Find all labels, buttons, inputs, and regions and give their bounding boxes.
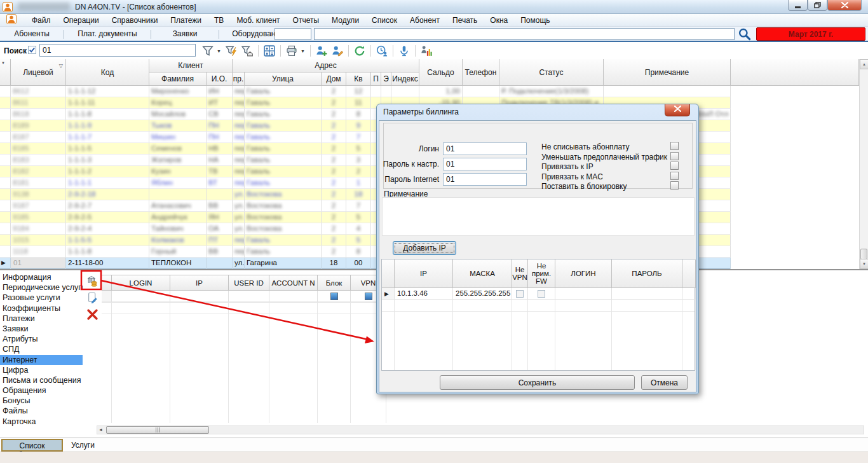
column-header-licevoy[interactable]: Лицевой▽ [11, 59, 66, 86]
menu-item-4[interactable]: Платежи [164, 15, 208, 26]
delete-icon[interactable] [85, 307, 99, 321]
menu-item-3[interactable]: Справочники [105, 15, 165, 26]
scrollbar-thumb[interactable] [106, 426, 209, 434]
scroll-up-icon[interactable]: ▲ [860, 59, 868, 69]
nav-tab-1[interactable]: Абоненты [0, 27, 64, 41]
search-checkbox[interactable] [28, 46, 36, 54]
add-ip-button[interactable]: Добавить IP [393, 241, 456, 255]
field-input-3[interactable]: 01 [443, 173, 527, 186]
ip-column-header-ip[interactable]: IP [395, 259, 453, 288]
column-header-pr[interactable]: пр. [233, 73, 245, 86]
menu-item-12[interactable]: Окна [484, 15, 514, 26]
sidebar-item-8[interactable]: СПД [0, 344, 83, 354]
dialog-checkbox-5[interactable] [670, 181, 679, 190]
column-header-status[interactable]: Статус [499, 59, 604, 86]
scroll-left-icon[interactable]: ◄ [98, 427, 103, 432]
billing-params-icon[interactable] [85, 273, 99, 287]
printer-icon[interactable] [285, 44, 299, 58]
save-button[interactable]: Сохранить [440, 375, 635, 390]
sidebar-item-7[interactable]: Атрибуты [0, 334, 83, 344]
dialog-checkbox-4[interactable] [670, 172, 679, 180]
filter-icon[interactable] [201, 44, 215, 58]
close-button[interactable] [827, 0, 862, 11]
ip-column-header-parol[interactable]: ПАРОЛЬ [612, 259, 682, 288]
sidebar-item-3[interactable]: Разовые услуги [0, 293, 83, 303]
grid-options-icon[interactable]: ▼ [1, 61, 5, 65]
tab-services[interactable]: Услуги [71, 441, 95, 450]
nav-tab-2[interactable]: Плат. документы [64, 27, 151, 41]
menu-item-13[interactable]: Помощь [514, 15, 556, 26]
filter-lightning-icon[interactable] [224, 44, 238, 58]
printer-dropdown-icon[interactable]: ▼ [301, 49, 306, 53]
edit-note-icon[interactable] [85, 291, 99, 305]
sidebar-item-2[interactable]: Периодические услуги [0, 282, 83, 293]
ip-checkbox-ne_prim_fw[interactable] [538, 290, 545, 298]
sort-asc-icon[interactable]: ▽ [59, 63, 63, 69]
field-input-1[interactable]: 01 [443, 142, 527, 155]
minimize-button[interactable] [788, 0, 808, 11]
header-filler[interactable] [731, 59, 859, 86]
add-user-icon[interactable] [315, 44, 329, 58]
clock-user-icon[interactable] [375, 44, 389, 58]
scroll-down-icon[interactable]: ▼ [860, 259, 868, 269]
restore-button[interactable] [808, 0, 827, 11]
detail-column-header-blok[interactable]: Блок [318, 275, 351, 291]
ip-row-selector-header[interactable] [382, 259, 395, 288]
sidebar-item-14[interactable]: Файлы [0, 406, 83, 416]
column-header-saldo[interactable]: Сальдо [419, 59, 463, 86]
sidebar-item-9[interactable]: Интернет [0, 355, 83, 365]
editing-cell[interactable]: 01 [11, 258, 65, 268]
column-group-adres[interactable]: Адрес [233, 59, 419, 73]
checkbox-vpn-checked[interactable] [365, 293, 372, 300]
horizontal-scrollbar[interactable]: ◄ [97, 425, 864, 434]
nav-tab-3[interactable]: Заявки [151, 27, 219, 41]
vertical-scrollbar[interactable]: ▲ ▼ [859, 59, 868, 269]
column-header-kv[interactable]: Кв [346, 73, 371, 86]
column-header-indeks[interactable]: Индекс [391, 73, 419, 86]
billing-period-button[interactable]: Март 2017 г. [756, 27, 865, 41]
menu-item-1[interactable]: Файл [25, 15, 57, 26]
checkbox-blok-checked[interactable] [330, 293, 338, 300]
sidebar-item-5[interactable]: Платежи [0, 314, 83, 324]
column-header-primechanie[interactable]: Примечание [604, 59, 731, 86]
ip-column-header-login[interactable]: ЛОГИН [555, 259, 612, 288]
column-header-dom[interactable]: Дом [322, 73, 346, 86]
person-stats-icon[interactable] [419, 44, 433, 58]
sidebar-item-13[interactable]: Бонусы [0, 396, 83, 406]
detail-column-header-ip[interactable]: IP [170, 275, 229, 291]
dialog-checkbox-2[interactable] [670, 152, 679, 160]
ip-checkbox-ne_vpn[interactable] [516, 290, 524, 298]
detail-row-selector-header[interactable] [102, 275, 112, 291]
tab-subscriber-list[interactable]: Список абонентов [1, 439, 63, 452]
detail-column-header-user_id[interactable]: USER ID [229, 275, 269, 291]
row-selector-header[interactable]: ▼ [0, 59, 11, 86]
dialog-close-button[interactable] [665, 104, 690, 116]
table-row[interactable]: 86121-1-1-12МироненкоИНперГаваль2121,00Р… [0, 86, 731, 97]
sidebar-item-15[interactable]: Карточка [0, 417, 83, 427]
filter-combobox[interactable] [275, 28, 311, 40]
scrollbar-thumb[interactable] [860, 249, 867, 259]
filter-dropdown-icon[interactable]: ▼ [217, 49, 222, 53]
column-header-io[interactable]: И.О. [207, 73, 233, 86]
cancel-button[interactable]: Отмена [641, 375, 688, 390]
menu-item-11[interactable]: Печать [446, 15, 484, 26]
edit-user-icon[interactable] [330, 44, 344, 58]
menu-item-2[interactable]: Операции [57, 15, 105, 26]
column-header-e[interactable]: Э [381, 73, 391, 86]
field-input-2[interactable]: 01 [443, 158, 527, 170]
menu-item-9[interactable]: Список [365, 15, 403, 26]
ip-column-header-ne_prim_fw[interactable]: Не прим. FW [528, 259, 555, 288]
dialog-checkbox-1[interactable] [670, 142, 679, 150]
microphone-icon[interactable] [397, 44, 411, 58]
sidebar-item-12[interactable]: Обращения [0, 385, 83, 396]
detail-column-header-login[interactable]: LOGIN [112, 275, 170, 291]
column-group-klient[interactable]: Клиент [149, 59, 233, 73]
menu-item-8[interactable]: Модули [325, 15, 365, 26]
column-header-p[interactable]: П [371, 73, 381, 86]
menu-item-10[interactable]: Абонент [403, 15, 446, 26]
sidebar-item-6[interactable]: Заявки [0, 324, 83, 334]
column-header-kod[interactable]: Код [66, 59, 149, 86]
search-button[interactable] [736, 27, 753, 41]
menu-item-5[interactable]: ТВ [208, 15, 230, 26]
note-textarea[interactable] [382, 197, 695, 236]
